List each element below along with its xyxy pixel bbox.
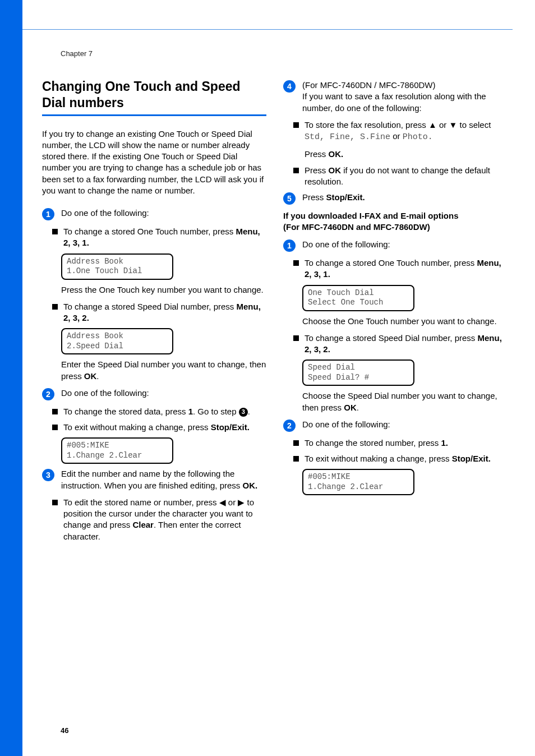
lcd-line1: #005:MIKE [308, 472, 409, 482]
step1-after-b: Enter the Speed Dial number you want to … [61, 359, 266, 382]
step1-bullet-a-text: To change a stored One Touch number, pre… [63, 226, 266, 249]
r-step2-bullet-a-text: To change the stored number, press 1. [305, 437, 508, 449]
page-number: 46 [61, 726, 68, 735]
clear-key: Clear [132, 520, 154, 529]
bullet-icon [52, 304, 58, 310]
lcd-line1: Address Book [67, 331, 168, 342]
ok-key: OK [329, 165, 342, 175]
bullet-icon [52, 229, 58, 234]
step3-bullet-a-text: To edit the stored name or number, press… [63, 497, 266, 542]
r-step-1-body: Do one of the following: [302, 239, 508, 250]
step1-bullet-b-text: To change a stored Speed Dial number, pr… [63, 301, 266, 324]
r-step1-bullet-b-text: To change a stored Speed Dial number, pr… [305, 333, 508, 356]
step-4: 4 (For MFC-7460DN / MFC-7860DW) If you w… [283, 80, 508, 114]
lcd-line2: 1.One Touch Dial [67, 266, 168, 276]
r-step2-bullet-a-pre: To change the stored number, press [305, 438, 441, 448]
lcd-onetouch-select: One Touch Dial Select One Touch [302, 285, 414, 311]
subheading: If you downloaded I-FAX and E-mail optio… [283, 210, 508, 232]
bullet-icon [293, 456, 299, 462]
step-4-body: (For MFC-7460DN / MFC-7860DW) If you wan… [302, 80, 508, 114]
step4-bullet-a: To store the fax resolution, press ▲ or … [293, 119, 508, 160]
step1-bullet-a: To change a stored One Touch number, pre… [52, 226, 266, 249]
r-step2-bullet-b: To exit without making a change, press S… [293, 453, 508, 464]
step-1: 1 Do one of the following: [42, 208, 266, 220]
r-step1-after-b-text: Choose the Speed Dial number you want to… [302, 391, 497, 412]
step4-bullet-b-text: Press OK if you do not want to change th… [305, 165, 508, 188]
step2-bullet-b: To exit without making a change, press S… [52, 422, 266, 433]
step1-bullet-b-pre: To change a stored Speed Dial number, pr… [63, 302, 237, 311]
right-column: 4 (For MFC-7460DN / MFC-7860DW) If you w… [283, 79, 508, 547]
ok-key: OK. [329, 149, 344, 159]
step3-text: Edit the number and name by the followin… [61, 469, 243, 490]
step2-bullet-a: To change the stored data, press 1. Go t… [52, 406, 266, 417]
step-1-body: Do one of the following: [61, 208, 266, 219]
r-step1-after-a: Choose the One Touch number you want to … [302, 316, 508, 327]
r-step1-bullet-a: To change a stored One Touch number, pre… [293, 257, 508, 280]
step4-prefix: (For MFC-7460DN / MFC-7860DW) [302, 80, 436, 90]
content-columns: Changing One Touch and Speed Dial number… [42, 79, 508, 547]
step2-bullet-b-text: To exit without making a change, press S… [63, 422, 266, 433]
step-5: 5 Press Stop/Exit. [283, 192, 508, 205]
ok-key: OK. [243, 481, 258, 490]
stop-exit-key: Stop/Exit. [326, 192, 365, 202]
step2-bullet-b-pre: To exit without making a change, press [63, 422, 211, 432]
step4-bullet-b: Press OK if you do not want to change th… [293, 165, 508, 188]
r-step1-bullet-b: To change a stored Speed Dial number, pr… [293, 333, 508, 356]
subheading-line2: (For MFC-7460DN and MFC-7860DW) [283, 222, 508, 233]
r-step-2-body: Do one of the following: [302, 419, 508, 430]
step-3-body: Edit the number and name by the followin… [61, 468, 266, 491]
lcd-address-book-onetouch: Address Book 1.One Touch Dial [61, 253, 173, 280]
step-ref-3-icon: 3 [239, 408, 248, 417]
r-step2-bullet-b-text: To exit without making a change, press S… [305, 453, 508, 464]
lcd-line2: 1.Change 2.Clear [67, 451, 168, 461]
step1-after-a: Press the One Touch key number you want … [61, 284, 266, 296]
lcd-line2: Select One Touch [308, 298, 409, 308]
lcd-speeddial-prompt: Speed Dial Speed Dial? # [302, 359, 414, 386]
bullet-icon [293, 122, 299, 128]
resolution-options: Std, Fine, S.Fine [305, 132, 390, 142]
r-step2-bullet-a: To change the stored number, press 1. [293, 437, 508, 449]
r-step-1: 1 Do one of the following: [283, 239, 508, 252]
press-label: Press [302, 192, 326, 202]
press-label: Press [305, 149, 329, 159]
lcd-line1: Speed Dial [308, 363, 409, 373]
chapter-label: Chapter 7 [61, 49, 93, 58]
press-label: Press [305, 165, 329, 175]
step-badge-1: 1 [42, 208, 54, 220]
r-step2-bullet-b-pre: To exit without making a change, press [305, 454, 452, 463]
sidebar-bar [0, 0, 22, 756]
step-badge-2: 2 [283, 420, 296, 432]
photo-option: Photo. [403, 132, 433, 142]
stop-exit-key: Stop/Exit. [452, 454, 491, 463]
subheading-line1: If you downloaded I-FAX and E-mail optio… [283, 210, 508, 222]
ok-key: OK [344, 403, 357, 412]
stop-exit-key: Stop/Exit. [211, 422, 250, 432]
step-3: 3 Edit the number and name by the follow… [42, 468, 266, 491]
bullet-icon [293, 335, 299, 341]
step-badge-1: 1 [283, 239, 296, 252]
lcd-line2: 1.Change 2.Clear [308, 482, 409, 492]
step1-bullet-b: To change a stored Speed Dial number, pr… [52, 301, 266, 324]
r-step1-after-b: Choose the Speed Dial number you want to… [302, 390, 508, 413]
bullet-icon [52, 425, 58, 430]
bullet-icon [52, 409, 58, 414]
bullet-icon [293, 440, 299, 446]
lcd-address-book-speeddial: Address Book 2.Speed Dial [61, 328, 173, 354]
or-text: or [390, 131, 403, 141]
key-1: 1. [441, 438, 448, 448]
section-title: Changing One Touch and Speed Dial number… [42, 79, 266, 111]
r-step1-bullet-a-text: To change a stored One Touch number, pre… [305, 257, 508, 280]
step-2-body: Do one of the following: [61, 388, 266, 399]
step4-bullet-a-pre: To store the fax resolution, press ▲ or … [305, 120, 491, 130]
ok-key: OK [84, 371, 97, 381]
lcd-line2: 2.Speed Dial [67, 342, 168, 352]
lcd-line1: #005:MIKE [67, 441, 168, 451]
step-5-body: Press Stop/Exit. [302, 192, 508, 203]
step-badge-5: 5 [283, 192, 296, 205]
step-badge-2: 2 [42, 388, 54, 400]
step-2: 2 Do one of the following: [42, 388, 266, 400]
lcd-line1: Address Book [67, 257, 168, 267]
step1-bullet-a-pre: To change a stored One Touch number, pre… [63, 227, 236, 236]
r-step-2: 2 Do one of the following: [283, 419, 508, 432]
step4-bullet-a-text: To store the fax resolution, press ▲ or … [305, 119, 508, 160]
